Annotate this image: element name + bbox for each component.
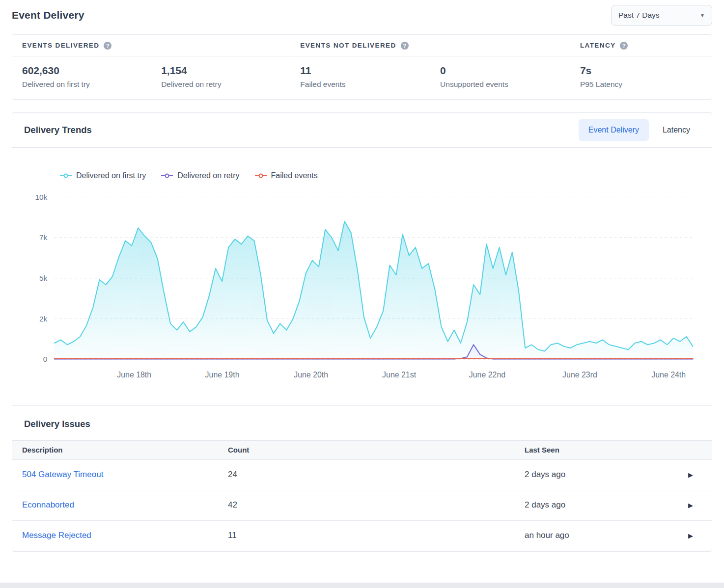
- page-header: Event Delivery Past 7 Days ▼: [12, 3, 712, 34]
- issue-last-seen: an hour ago: [525, 531, 688, 540]
- issue-last-seen: 2 days ago: [525, 470, 688, 480]
- svg-text:5k: 5k: [39, 274, 48, 282]
- chart-legend: Delivered on first try Delivered on retr…: [59, 171, 700, 180]
- time-range-value: Past 7 Days: [618, 11, 660, 20]
- help-icon[interactable]: ?: [401, 42, 409, 50]
- legend-marker-icon: [254, 173, 267, 179]
- col-header-last-seen: Last Seen: [525, 446, 688, 454]
- stat-cell-retry: 1,154 Delivered on retry: [151, 56, 290, 99]
- stat-label: Delivered on retry: [161, 80, 280, 89]
- help-icon[interactable]: ?: [620, 42, 628, 50]
- tab-event-delivery[interactable]: Event Delivery: [579, 119, 649, 141]
- delivery-trends-card: Delivery Trends Event Delivery Latency D…: [12, 112, 712, 552]
- legend-item-first-try: Delivered on first try: [59, 171, 146, 180]
- stat-group-events-delivered: EVENTS DELIVERED ? 602,630 Delivered on …: [12, 35, 290, 99]
- trends-title: Delivery Trends: [24, 125, 92, 135]
- stat-group-latency: LATENCY ? 7s P95 Latency: [570, 35, 712, 99]
- issue-link[interactable]: 504 Gateway Timeout: [22, 470, 103, 479]
- stat-value: 1,154: [161, 65, 280, 77]
- legend-item-failed: Failed events: [254, 171, 318, 180]
- legend-item-retry: Delivered on retry: [161, 171, 239, 180]
- trends-tabs: Event Delivery Latency: [579, 119, 700, 141]
- legend-label: Delivered on first try: [76, 171, 146, 180]
- stat-label: Unsupported events: [440, 80, 560, 89]
- stat-value: 602,630: [22, 65, 141, 77]
- stat-cell-failed: 11 Failed events: [290, 56, 430, 99]
- chevron-right-icon[interactable]: ▶: [688, 471, 693, 479]
- stat-label: Delivered on first try: [22, 80, 141, 89]
- svg-text:June 22nd: June 22nd: [469, 371, 505, 379]
- issue-count: 42: [228, 500, 525, 510]
- legend-label: Delivered on retry: [177, 171, 239, 180]
- issue-count: 24: [228, 470, 525, 480]
- trend-chart: 02k5k7k10kJune 18thJune 19thJune 20thJun…: [24, 189, 700, 391]
- page-title: Event Delivery: [12, 9, 84, 21]
- stat-value: 11: [300, 65, 420, 77]
- svg-text:2k: 2k: [39, 315, 48, 323]
- svg-text:0: 0: [43, 355, 48, 363]
- issue-link[interactable]: Message Rejected: [22, 531, 91, 540]
- stat-group-header: LATENCY ?: [570, 35, 712, 56]
- event-delivery-page: Event Delivery Past 7 Days ▼ EVENTS DELI…: [0, 0, 724, 588]
- stat-group-header: EVENTS DELIVERED ?: [12, 35, 290, 56]
- stat-cell-p95-latency: 7s P95 Latency: [570, 56, 712, 99]
- help-icon[interactable]: ?: [104, 42, 111, 50]
- svg-text:June 21st: June 21st: [382, 371, 417, 379]
- stat-value: 0: [440, 65, 560, 77]
- stats-card: EVENTS DELIVERED ? 602,630 Delivered on …: [12, 34, 712, 100]
- svg-text:June 24th: June 24th: [651, 371, 686, 379]
- table-row[interactable]: 504 Gateway Timeout 24 2 days ago ▶: [12, 460, 712, 490]
- table-row[interactable]: Message Rejected 11 an hour ago ▶: [12, 521, 712, 551]
- tab-latency[interactable]: Latency: [653, 119, 700, 141]
- svg-text:June 19th: June 19th: [205, 371, 240, 379]
- svg-text:10k: 10k: [35, 193, 47, 201]
- legend-marker-icon: [59, 173, 72, 179]
- legend-label: Failed events: [271, 171, 318, 180]
- stat-cell-first-try: 602,630 Delivered on first try: [12, 56, 151, 99]
- stat-group-title: LATENCY: [580, 42, 616, 49]
- stat-group-title: EVENTS DELIVERED: [22, 42, 99, 49]
- issue-last-seen: 2 days ago: [525, 500, 688, 510]
- delivery-issues-section: Delivery Issues Description Count Last S…: [12, 405, 712, 551]
- stat-group-title: EVENTS NOT DELIVERED: [300, 42, 396, 49]
- stat-value: 7s: [580, 65, 702, 77]
- chevron-down-icon: ▼: [700, 13, 705, 18]
- delivery-trends-header: Delivery Trends Event Delivery Latency: [12, 113, 712, 148]
- stat-cell-unsupported: 0 Unsupported events: [430, 56, 570, 99]
- stat-label: P95 Latency: [580, 80, 702, 89]
- svg-text:June 20th: June 20th: [294, 371, 328, 379]
- svg-text:June 18th: June 18th: [117, 371, 151, 379]
- chart-area: Delivered on first try Delivered on retr…: [12, 148, 712, 405]
- stat-label: Failed events: [300, 80, 420, 89]
- svg-text:7k: 7k: [39, 233, 48, 241]
- svg-text:June 23rd: June 23rd: [562, 371, 597, 379]
- table-row[interactable]: Econnaborted 42 2 days ago ▶: [12, 490, 712, 521]
- stat-group-header: EVENTS NOT DELIVERED ?: [290, 35, 570, 56]
- issue-link[interactable]: Econnaborted: [22, 500, 74, 509]
- issues-table: Description Count Last Seen 504 Gateway …: [12, 440, 712, 551]
- issues-table-header: Description Count Last Seen: [12, 440, 712, 460]
- issue-count: 11: [228, 531, 525, 540]
- col-header-count: Count: [228, 446, 525, 454]
- time-range-dropdown[interactable]: Past 7 Days ▼: [611, 5, 712, 26]
- stat-group-events-not-delivered: EVENTS NOT DELIVERED ? 11 Failed events …: [290, 35, 570, 99]
- legend-marker-icon: [161, 173, 173, 179]
- page-footer-strip: [0, 583, 724, 588]
- chevron-right-icon[interactable]: ▶: [688, 532, 693, 539]
- chevron-right-icon[interactable]: ▶: [688, 502, 693, 509]
- col-header-description: Description: [22, 446, 228, 454]
- issues-title: Delivery Issues: [12, 406, 712, 440]
